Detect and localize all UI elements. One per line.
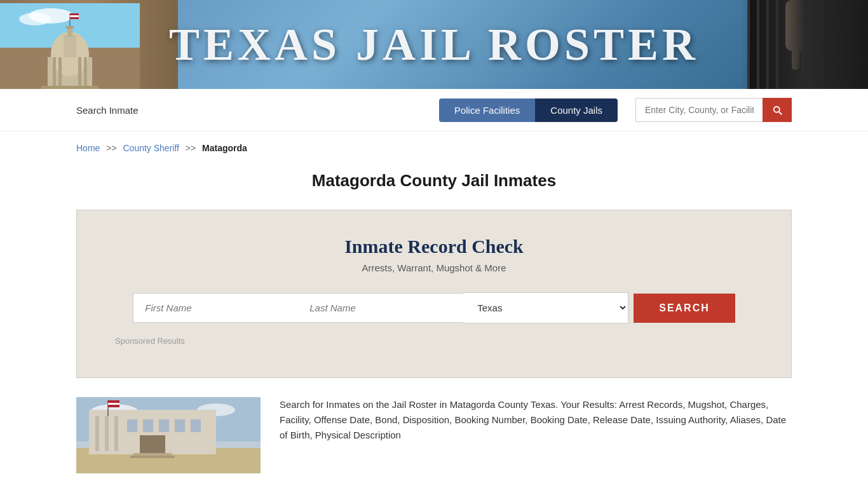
last-name-input[interactable] [298, 293, 463, 323]
capitol-image [0, 3, 140, 89]
bottom-section: Search for Inmates on the Jail Roster in… [0, 397, 868, 488]
svg-line-26 [798, 19, 843, 57]
svg-point-27 [841, 54, 851, 64]
svg-rect-45 [114, 416, 118, 451]
svg-rect-9 [67, 27, 72, 37]
svg-rect-33 [776, 0, 778, 89]
search-button[interactable]: SEARCH [634, 294, 735, 323]
first-name-input[interactable] [133, 293, 298, 323]
svg-rect-52 [133, 453, 172, 456]
record-check-subtitle: Arrests, Warrant, Mugshot & More [115, 262, 753, 273]
svg-rect-22 [792, 38, 799, 70]
building-description: Search for Inmates on the Jail Roster in… [280, 397, 792, 473]
svg-rect-14 [70, 17, 79, 19]
facility-search-input[interactable] [635, 98, 763, 122]
building-image [76, 397, 261, 473]
svg-rect-30 [747, 0, 750, 89]
police-facilities-button[interactable]: Police Facilities [439, 98, 535, 122]
breadcrumb-county-sheriff[interactable]: County Sheriff [123, 143, 179, 153]
svg-line-28 [811, 29, 849, 70]
svg-rect-8 [64, 35, 76, 57]
breadcrumb-home[interactable]: Home [76, 143, 100, 153]
jail-keys-image [747, 0, 868, 89]
facility-search-container [635, 98, 792, 122]
building-svg [76, 397, 261, 473]
svg-rect-31 [757, 0, 759, 89]
svg-rect-32 [766, 0, 769, 89]
sponsored-label: Sponsored Results [115, 336, 753, 346]
header-banner: Texas Jail Roster [0, 0, 868, 89]
banner-title: Texas Jail Roster [169, 18, 699, 71]
nav-bar: Search Inmate Police Facilities County J… [0, 89, 868, 132]
state-select[interactable]: AlabamaAlaskaArizonaArkansasCaliforniaCo… [463, 292, 628, 323]
breadcrumb-current: Matagorda [202, 143, 247, 153]
svg-rect-17 [78, 57, 81, 89]
svg-rect-18 [84, 57, 87, 89]
county-jails-button[interactable]: County Jails [535, 98, 618, 122]
svg-rect-25 [822, 38, 829, 67]
svg-rect-20 [747, 0, 868, 89]
svg-rect-48 [159, 419, 169, 432]
facility-search-button[interactable] [763, 98, 792, 122]
svg-rect-44 [105, 416, 109, 451]
page-title: Matagorda County Jail Inmates [0, 165, 868, 210]
svg-rect-13 [70, 15, 79, 17]
svg-rect-49 [175, 419, 185, 432]
search-inmate-label: Search Inmate [76, 105, 426, 116]
svg-rect-47 [143, 419, 153, 432]
svg-rect-10 [66, 26, 74, 29]
record-check-title: Inmate Record Check [115, 236, 753, 257]
nav-buttons: Police Facilities County Jails [439, 98, 618, 122]
svg-rect-16 [58, 57, 62, 89]
breadcrumb-sep1: >> [106, 143, 116, 153]
svg-point-29 [848, 69, 855, 76]
svg-point-4 [19, 13, 51, 25]
svg-rect-50 [191, 419, 201, 432]
svg-rect-15 [53, 57, 56, 89]
svg-rect-43 [95, 416, 99, 451]
svg-rect-46 [127, 419, 137, 432]
breadcrumb: Home >> County Sheriff >> Matagorda [0, 132, 868, 165]
inmate-search-form: AlabamaAlaskaArizonaArkansasCaliforniaCo… [115, 292, 753, 323]
svg-rect-19 [41, 86, 98, 89]
breadcrumb-sep2: >> [186, 143, 196, 153]
svg-rect-24 [812, 38, 820, 71]
svg-rect-42 [108, 403, 119, 405]
svg-rect-53 [130, 456, 175, 458]
svg-rect-23 [802, 38, 810, 73]
svg-rect-51 [140, 435, 165, 454]
record-check-box: Inmate Record Check Arrests, Warrant, Mu… [76, 210, 792, 378]
search-icon [771, 104, 783, 116]
svg-rect-21 [785, 0, 830, 51]
